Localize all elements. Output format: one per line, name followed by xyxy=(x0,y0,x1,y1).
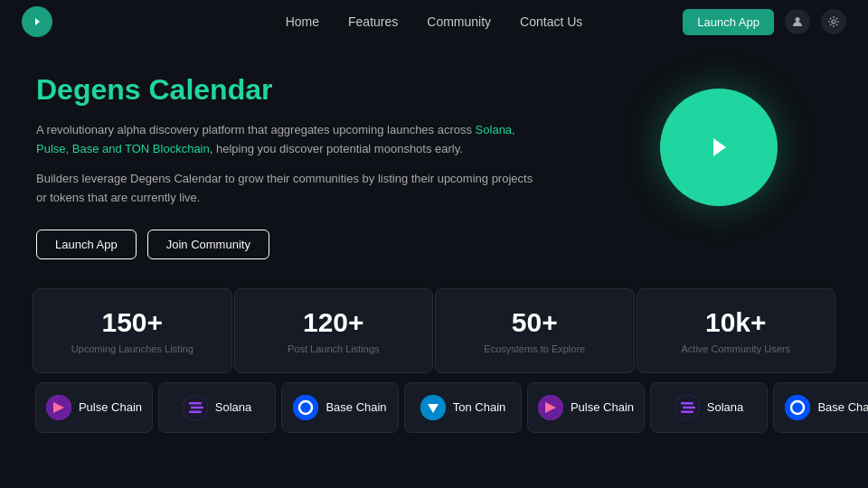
chain-icon-6 xyxy=(785,395,810,420)
chains-section: Pulse Chain Solana Base Chain Ton Chain … xyxy=(0,382,868,433)
svg-point-1 xyxy=(832,20,835,23)
chain-icon-1 xyxy=(183,395,208,420)
nav-community[interactable]: Community xyxy=(427,14,491,29)
nav-home[interactable]: Home xyxy=(286,14,319,29)
chain-item-5[interactable]: Solana xyxy=(650,382,768,433)
stat-label-2: Ecosystems to Explore xyxy=(450,343,619,354)
nav-links: Home Features Community Contact Us xyxy=(286,14,583,29)
nav-contact[interactable]: Contact Us xyxy=(520,14,582,29)
svg-rect-5 xyxy=(189,402,202,405)
stat-number-1: 120+ xyxy=(250,307,419,338)
stat-number-0: 150+ xyxy=(48,307,217,338)
chain-label-0: Pulse Chain xyxy=(79,400,142,414)
stat-card-3: 10k+ Active Community Users xyxy=(637,288,836,373)
stat-label-0: Upcoming Launches Listing xyxy=(48,343,217,354)
stat-label-1: Post Launch Listings xyxy=(250,343,419,354)
svg-rect-15 xyxy=(683,406,695,408)
chain-label-3: Ton Chain xyxy=(453,400,506,414)
svg-rect-6 xyxy=(191,406,203,408)
coin-icon xyxy=(660,89,778,206)
hero-title: Degens Calendar xyxy=(36,72,542,107)
stat-number-2: 50+ xyxy=(450,307,619,338)
chain-item-1[interactable]: Solana xyxy=(158,382,276,433)
hero-coin xyxy=(660,89,778,206)
stat-card-0: 150+ Upcoming Launches Listing xyxy=(33,288,232,373)
hero-section: Degens Calendar A revolutionary alpha di… xyxy=(0,43,868,281)
svg-point-0 xyxy=(796,17,800,22)
user-icon[interactable] xyxy=(785,9,810,34)
svg-rect-16 xyxy=(681,410,693,413)
svg-point-8 xyxy=(293,395,318,420)
hero-description-1: A revolutionary alpha discovery platform… xyxy=(36,121,542,159)
svg-rect-7 xyxy=(189,410,202,413)
launch-app-hero-button[interactable]: Launch App xyxy=(36,230,137,259)
join-community-button[interactable]: Join Community xyxy=(147,230,269,259)
launch-app-button[interactable]: Launch App xyxy=(683,9,774,35)
chain-label-6: Base Chain xyxy=(817,400,868,414)
chain-label-1: Solana xyxy=(215,400,251,414)
chain-icon-2 xyxy=(293,395,318,420)
chain-item-3[interactable]: Ton Chain xyxy=(404,382,522,433)
svg-point-17 xyxy=(785,395,810,420)
svg-rect-14 xyxy=(681,402,693,405)
stat-card-2: 50+ Ecosystems to Explore xyxy=(435,288,635,373)
logo-button[interactable] xyxy=(22,6,52,37)
chain-label-4: Pulse Chain xyxy=(571,400,634,414)
chain-item-0[interactable]: Pulse Chain xyxy=(35,382,153,433)
stats-section: 150+ Upcoming Launches Listing 120+ Post… xyxy=(0,288,868,373)
chain-item-6[interactable]: Base Chain xyxy=(773,382,868,433)
hero-description-2: Builders leverage Degens Calendar to gro… xyxy=(36,170,542,208)
chain-icon-4 xyxy=(538,395,563,420)
settings-icon[interactable] xyxy=(821,9,846,34)
chain-icon-5 xyxy=(675,395,700,420)
chain-item-4[interactable]: Pulse Chain xyxy=(527,382,645,433)
stat-card-1: 120+ Post Launch Listings xyxy=(234,288,434,373)
chain-item-2[interactable]: Base Chain xyxy=(281,382,399,433)
nav-features[interactable]: Features xyxy=(348,14,398,29)
nav-right: Launch App xyxy=(683,9,846,35)
chain-icon-0 xyxy=(46,395,71,420)
chain-label-5: Solana xyxy=(707,400,743,414)
hero-buttons: Launch App Join Community xyxy=(36,230,542,259)
stat-label-3: Active Community Users xyxy=(652,343,821,354)
chain-icon-3 xyxy=(420,395,446,420)
chain-label-2: Base Chain xyxy=(326,400,386,414)
stat-number-3: 10k+ xyxy=(652,307,821,338)
navbar: Home Features Community Contact Us Launc… xyxy=(0,0,868,43)
hero-content: Degens Calendar A revolutionary alpha di… xyxy=(36,72,542,259)
